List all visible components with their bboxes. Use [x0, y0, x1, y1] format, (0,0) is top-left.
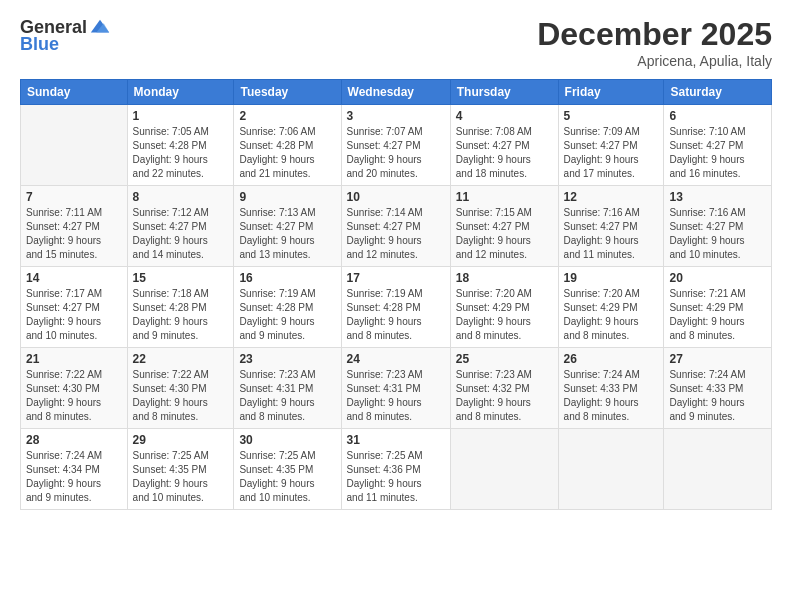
calendar-header-sunday: Sunday — [21, 80, 128, 105]
day-info: Sunrise: 7:11 AMSunset: 4:27 PMDaylight:… — [26, 206, 122, 262]
day-info: Sunrise: 7:23 AMSunset: 4:31 PMDaylight:… — [347, 368, 445, 424]
day-number: 2 — [239, 109, 335, 123]
day-number: 7 — [26, 190, 122, 204]
title-area: December 2025 Apricena, Apulia, Italy — [537, 16, 772, 69]
day-number: 10 — [347, 190, 445, 204]
day-number: 17 — [347, 271, 445, 285]
calendar-cell: 21Sunrise: 7:22 AMSunset: 4:30 PMDayligh… — [21, 348, 128, 429]
day-info: Sunrise: 7:20 AMSunset: 4:29 PMDaylight:… — [564, 287, 659, 343]
day-number: 22 — [133, 352, 229, 366]
calendar-cell: 14Sunrise: 7:17 AMSunset: 4:27 PMDayligh… — [21, 267, 128, 348]
calendar-week-5: 28Sunrise: 7:24 AMSunset: 4:34 PMDayligh… — [21, 429, 772, 510]
calendar-cell: 28Sunrise: 7:24 AMSunset: 4:34 PMDayligh… — [21, 429, 128, 510]
day-number: 28 — [26, 433, 122, 447]
calendar-cell: 19Sunrise: 7:20 AMSunset: 4:29 PMDayligh… — [558, 267, 664, 348]
day-number: 9 — [239, 190, 335, 204]
day-info: Sunrise: 7:16 AMSunset: 4:27 PMDaylight:… — [564, 206, 659, 262]
calendar-header-monday: Monday — [127, 80, 234, 105]
day-info: Sunrise: 7:06 AMSunset: 4:28 PMDaylight:… — [239, 125, 335, 181]
calendar-cell: 11Sunrise: 7:15 AMSunset: 4:27 PMDayligh… — [450, 186, 558, 267]
day-number: 5 — [564, 109, 659, 123]
calendar-cell: 22Sunrise: 7:22 AMSunset: 4:30 PMDayligh… — [127, 348, 234, 429]
calendar-header-thursday: Thursday — [450, 80, 558, 105]
calendar-cell: 3Sunrise: 7:07 AMSunset: 4:27 PMDaylight… — [341, 105, 450, 186]
calendar-cell: 8Sunrise: 7:12 AMSunset: 4:27 PMDaylight… — [127, 186, 234, 267]
calendar-cell: 7Sunrise: 7:11 AMSunset: 4:27 PMDaylight… — [21, 186, 128, 267]
calendar: SundayMondayTuesdayWednesdayThursdayFrid… — [20, 79, 772, 510]
calendar-cell: 30Sunrise: 7:25 AMSunset: 4:35 PMDayligh… — [234, 429, 341, 510]
day-info: Sunrise: 7:16 AMSunset: 4:27 PMDaylight:… — [669, 206, 766, 262]
day-info: Sunrise: 7:25 AMSunset: 4:35 PMDaylight:… — [239, 449, 335, 505]
day-number: 6 — [669, 109, 766, 123]
calendar-cell: 17Sunrise: 7:19 AMSunset: 4:28 PMDayligh… — [341, 267, 450, 348]
calendar-cell: 15Sunrise: 7:18 AMSunset: 4:28 PMDayligh… — [127, 267, 234, 348]
day-number: 25 — [456, 352, 553, 366]
day-number: 1 — [133, 109, 229, 123]
day-info: Sunrise: 7:10 AMSunset: 4:27 PMDaylight:… — [669, 125, 766, 181]
calendar-cell: 24Sunrise: 7:23 AMSunset: 4:31 PMDayligh… — [341, 348, 450, 429]
day-info: Sunrise: 7:25 AMSunset: 4:36 PMDaylight:… — [347, 449, 445, 505]
calendar-header-friday: Friday — [558, 80, 664, 105]
calendar-header-row: SundayMondayTuesdayWednesdayThursdayFrid… — [21, 80, 772, 105]
calendar-header-wednesday: Wednesday — [341, 80, 450, 105]
day-number: 16 — [239, 271, 335, 285]
calendar-cell: 31Sunrise: 7:25 AMSunset: 4:36 PMDayligh… — [341, 429, 450, 510]
day-info: Sunrise: 7:21 AMSunset: 4:29 PMDaylight:… — [669, 287, 766, 343]
calendar-cell: 13Sunrise: 7:16 AMSunset: 4:27 PMDayligh… — [664, 186, 772, 267]
day-number: 12 — [564, 190, 659, 204]
day-info: Sunrise: 7:22 AMSunset: 4:30 PMDaylight:… — [133, 368, 229, 424]
day-number: 15 — [133, 271, 229, 285]
day-number: 14 — [26, 271, 122, 285]
location: Apricena, Apulia, Italy — [537, 53, 772, 69]
day-number: 13 — [669, 190, 766, 204]
day-number: 26 — [564, 352, 659, 366]
calendar-cell: 1Sunrise: 7:05 AMSunset: 4:28 PMDaylight… — [127, 105, 234, 186]
day-info: Sunrise: 7:14 AMSunset: 4:27 PMDaylight:… — [347, 206, 445, 262]
calendar-week-4: 21Sunrise: 7:22 AMSunset: 4:30 PMDayligh… — [21, 348, 772, 429]
logo-icon — [89, 16, 111, 38]
day-info: Sunrise: 7:13 AMSunset: 4:27 PMDaylight:… — [239, 206, 335, 262]
calendar-cell: 29Sunrise: 7:25 AMSunset: 4:35 PMDayligh… — [127, 429, 234, 510]
calendar-cell — [558, 429, 664, 510]
day-number: 21 — [26, 352, 122, 366]
day-info: Sunrise: 7:05 AMSunset: 4:28 PMDaylight:… — [133, 125, 229, 181]
calendar-header-saturday: Saturday — [664, 80, 772, 105]
calendar-cell: 16Sunrise: 7:19 AMSunset: 4:28 PMDayligh… — [234, 267, 341, 348]
day-number: 11 — [456, 190, 553, 204]
calendar-cell: 26Sunrise: 7:24 AMSunset: 4:33 PMDayligh… — [558, 348, 664, 429]
day-number: 24 — [347, 352, 445, 366]
day-number: 19 — [564, 271, 659, 285]
day-info: Sunrise: 7:08 AMSunset: 4:27 PMDaylight:… — [456, 125, 553, 181]
day-info: Sunrise: 7:23 AMSunset: 4:32 PMDaylight:… — [456, 368, 553, 424]
day-info: Sunrise: 7:18 AMSunset: 4:28 PMDaylight:… — [133, 287, 229, 343]
calendar-cell: 23Sunrise: 7:23 AMSunset: 4:31 PMDayligh… — [234, 348, 341, 429]
day-info: Sunrise: 7:24 AMSunset: 4:34 PMDaylight:… — [26, 449, 122, 505]
day-number: 23 — [239, 352, 335, 366]
calendar-cell: 20Sunrise: 7:21 AMSunset: 4:29 PMDayligh… — [664, 267, 772, 348]
calendar-cell: 27Sunrise: 7:24 AMSunset: 4:33 PMDayligh… — [664, 348, 772, 429]
day-info: Sunrise: 7:19 AMSunset: 4:28 PMDaylight:… — [347, 287, 445, 343]
calendar-cell: 6Sunrise: 7:10 AMSunset: 4:27 PMDaylight… — [664, 105, 772, 186]
calendar-cell: 4Sunrise: 7:08 AMSunset: 4:27 PMDaylight… — [450, 105, 558, 186]
day-info: Sunrise: 7:24 AMSunset: 4:33 PMDaylight:… — [669, 368, 766, 424]
day-info: Sunrise: 7:24 AMSunset: 4:33 PMDaylight:… — [564, 368, 659, 424]
calendar-cell: 12Sunrise: 7:16 AMSunset: 4:27 PMDayligh… — [558, 186, 664, 267]
calendar-week-1: 1Sunrise: 7:05 AMSunset: 4:28 PMDaylight… — [21, 105, 772, 186]
calendar-cell — [21, 105, 128, 186]
day-number: 31 — [347, 433, 445, 447]
day-info: Sunrise: 7:23 AMSunset: 4:31 PMDaylight:… — [239, 368, 335, 424]
day-number: 30 — [239, 433, 335, 447]
day-info: Sunrise: 7:20 AMSunset: 4:29 PMDaylight:… — [456, 287, 553, 343]
calendar-cell: 5Sunrise: 7:09 AMSunset: 4:27 PMDaylight… — [558, 105, 664, 186]
calendar-cell: 18Sunrise: 7:20 AMSunset: 4:29 PMDayligh… — [450, 267, 558, 348]
calendar-week-3: 14Sunrise: 7:17 AMSunset: 4:27 PMDayligh… — [21, 267, 772, 348]
calendar-cell: 25Sunrise: 7:23 AMSunset: 4:32 PMDayligh… — [450, 348, 558, 429]
day-info: Sunrise: 7:19 AMSunset: 4:28 PMDaylight:… — [239, 287, 335, 343]
day-number: 4 — [456, 109, 553, 123]
day-info: Sunrise: 7:07 AMSunset: 4:27 PMDaylight:… — [347, 125, 445, 181]
logo: General Blue — [20, 16, 111, 55]
day-info: Sunrise: 7:25 AMSunset: 4:35 PMDaylight:… — [133, 449, 229, 505]
calendar-cell: 2Sunrise: 7:06 AMSunset: 4:28 PMDaylight… — [234, 105, 341, 186]
day-number: 29 — [133, 433, 229, 447]
day-info: Sunrise: 7:12 AMSunset: 4:27 PMDaylight:… — [133, 206, 229, 262]
